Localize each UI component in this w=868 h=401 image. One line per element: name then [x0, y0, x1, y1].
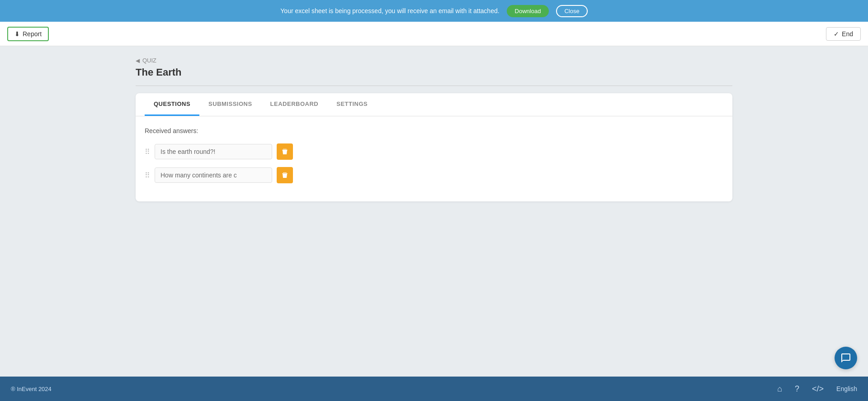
language-selector[interactable]: English: [836, 385, 857, 392]
tabs-bar: QUESTIONS SUBMISSIONS LEADERBOARD SETTIN…: [136, 93, 732, 116]
question-row: ⠿ Is the earth round?!: [145, 143, 723, 160]
header-bar: ⬇ Report ✓ End: [0, 22, 868, 46]
footer: ® InEvent 2024 ⌂ ? </> English: [0, 377, 868, 401]
chat-bubble-button[interactable]: [835, 347, 857, 369]
tab-leaderboard[interactable]: LEADERBOARD: [261, 93, 328, 116]
chat-icon: [840, 353, 851, 363]
question-input-2[interactable]: How many continents are c: [155, 167, 272, 183]
breadcrumb-label: QUIZ: [142, 57, 156, 64]
checkmark-icon: ✓: [834, 30, 839, 38]
card-body: Received answers: ⠿ Is the earth round?!…: [136, 116, 732, 201]
end-button[interactable]: ✓ End: [826, 27, 861, 41]
question-input-1[interactable]: Is the earth round?!: [155, 144, 272, 159]
drag-handle-icon[interactable]: ⠿: [145, 148, 150, 156]
tab-submissions[interactable]: SUBMISSIONS: [199, 93, 261, 116]
quiz-card: QUESTIONS SUBMISSIONS LEADERBOARD SETTIN…: [136, 93, 732, 201]
delete-question-1-button[interactable]: [277, 143, 293, 160]
title-divider: [136, 86, 732, 86]
breadcrumb: ◀ QUIZ: [136, 57, 732, 64]
breadcrumb-arrow-icon: ◀: [136, 57, 140, 64]
drag-handle-icon[interactable]: ⠿: [145, 171, 150, 180]
footer-icons: ⌂ ? </> English: [777, 384, 857, 394]
notification-message: Your excel sheet is being processed, you…: [280, 7, 499, 14]
code-icon[interactable]: </>: [812, 384, 824, 394]
close-notification-button[interactable]: Close: [556, 5, 587, 17]
help-icon[interactable]: ?: [795, 384, 799, 394]
trash-icon: [281, 148, 288, 155]
download-icon: ⬇: [14, 30, 20, 38]
trash-icon: [281, 172, 288, 179]
delete-question-2-button[interactable]: [277, 167, 293, 183]
notification-bar: Your excel sheet is being processed, you…: [0, 0, 868, 22]
question-row: ⠿ How many continents are c: [145, 167, 723, 183]
footer-copyright: ® InEvent 2024: [11, 386, 52, 392]
main-content: ◀ QUIZ The Earth QUESTIONS SUBMISSIONS L…: [0, 46, 868, 377]
report-button[interactable]: ⬇ Report: [7, 27, 49, 41]
quiz-title: The Earth: [136, 67, 732, 78]
tab-questions[interactable]: QUESTIONS: [145, 93, 199, 116]
download-button[interactable]: Download: [507, 5, 549, 17]
tab-settings[interactable]: SETTINGS: [327, 93, 377, 116]
home-icon[interactable]: ⌂: [777, 384, 782, 394]
received-answers-label: Received answers:: [145, 127, 723, 134]
